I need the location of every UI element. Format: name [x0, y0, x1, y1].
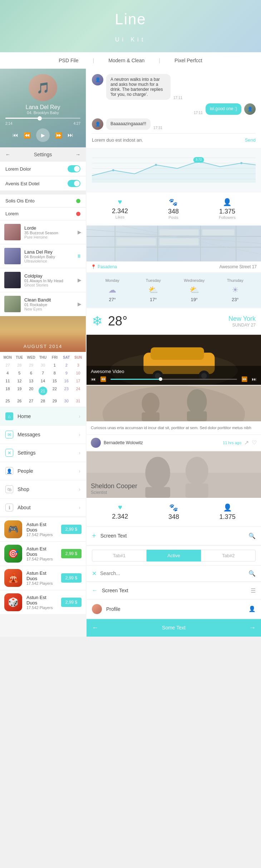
hamburger-icon[interactable]: ☰ [251, 587, 256, 594]
music-play-1[interactable]: ▶ [78, 229, 82, 235]
app-icon-4: 🎲 [4, 593, 22, 611]
video-rewind-button[interactable]: ⏪ [100, 376, 106, 382]
cal-day[interactable]: 30 [60, 397, 72, 405]
video-prev-button[interactable]: ⏮ [91, 376, 96, 382]
settings-back-arrow[interactable]: ← [5, 152, 10, 157]
cal-day[interactable]: 15 [49, 377, 60, 385]
video-forward-button[interactable]: ⏩ [241, 376, 247, 382]
cal-day[interactable]: 12 [14, 377, 25, 385]
nav-item-settings[interactable]: ✕ Settings › [0, 444, 86, 462]
cal-day[interactable]: 20 [25, 385, 37, 397]
video-panel: Awesome Video ⏮ ⏪ ⏩ ⏭ [87, 335, 261, 385]
music-item-3[interactable]: Coldplay 01 Always In My Head Ghost Stor… [0, 268, 86, 292]
nav-item-home[interactable]: ⌂ Home › [0, 407, 86, 426]
music-pause-2[interactable]: ⏸ [77, 253, 82, 259]
tab-1[interactable]: Tab#1 [92, 550, 147, 561]
tab-active[interactable]: Active [147, 550, 201, 561]
nav-left-arrow[interactable]: ← [92, 624, 98, 632]
cal-day[interactable]: 22 [49, 385, 60, 397]
player-time-total: 4:27 [74, 122, 80, 126]
back-arrow-icon[interactable]: ← [92, 587, 98, 594]
plus-icon[interactable]: + [92, 532, 96, 540]
cal-day[interactable]: 5 [14, 369, 25, 377]
cal-day[interactable]: 3 [72, 361, 84, 369]
cal-day[interactable]: 29 [25, 361, 37, 369]
music-item-1[interactable]: Lorde 35 Buzzcut Season Pure Heroine ▶ [0, 220, 86, 244]
cal-day[interactable]: 11 [2, 377, 14, 385]
shop-icon: 🛍 [5, 485, 13, 493]
cal-day[interactable]: 1 [49, 361, 60, 369]
cal-day[interactable]: 8 [49, 369, 60, 377]
cal-day[interactable]: 28 [37, 397, 49, 405]
cal-day[interactable]: 9 [60, 369, 72, 377]
skip-forward-button[interactable]: ⏭ [68, 132, 73, 138]
player-progress[interactable] [5, 118, 80, 119]
nav-item-people[interactable]: 👤 People › [0, 462, 86, 480]
app-icon-1: 🎮 [4, 520, 22, 538]
search-input[interactable] [100, 570, 245, 576]
music-item-2[interactable]: Lana Del Rey 04 Brooklyn Baby Ultraviole… [0, 244, 86, 268]
music-artist-4: New Eyes [24, 307, 74, 311]
like-icon[interactable]: ♡ [252, 439, 257, 446]
toggle-2[interactable] [68, 180, 80, 187]
radio-red[interactable] [76, 212, 80, 216]
cal-day[interactable]: 26 [14, 397, 25, 405]
search-close-icon[interactable]: ✕ [92, 570, 97, 577]
cal-day[interactable]: 19 [14, 385, 25, 397]
cal-day[interactable]: 6 [25, 369, 37, 377]
cal-day[interactable]: 29 [49, 397, 60, 405]
cal-day[interactable]: 7 [37, 369, 49, 377]
cal-day[interactable]: 23 [60, 385, 72, 397]
nav-item-about[interactable]: ℹ About › [0, 499, 86, 517]
music-item-4[interactable]: Clean Bandit 01 Rockabye New Eyes ▶ [0, 292, 86, 316]
video-next-button[interactable]: ⏭ [252, 376, 257, 382]
share-icon[interactable]: ↗ [244, 439, 249, 446]
music-track-1: 35 Buzzcut Season [24, 231, 74, 235]
cal-day[interactable]: 17 [72, 377, 84, 385]
cal-day[interactable]: 24 [72, 385, 84, 397]
skip-back-button[interactable]: ⏮ [13, 132, 18, 138]
cal-day[interactable]: 30 [37, 361, 49, 369]
cal-day[interactable]: 25 [2, 397, 14, 405]
cal-day[interactable]: 2 [60, 361, 72, 369]
cal-day[interactable]: 13 [25, 377, 37, 385]
nav-item-messages[interactable]: ✉ Messages › [0, 426, 86, 444]
cal-day[interactable]: 16 [60, 377, 72, 385]
cal-day[interactable]: 14 [37, 377, 49, 385]
app-item-2[interactable]: 🎯 Astun Est Duos 17.542 Players 2,99 $ [0, 542, 86, 565]
music-play-4[interactable]: ▶ [78, 301, 82, 307]
rewind-button[interactable]: ⏪ [24, 132, 31, 139]
nav-item-shop[interactable]: 🛍 Shop › [0, 480, 86, 499]
radio-green[interactable] [76, 199, 80, 203]
cal-day[interactable]: 18 [2, 385, 14, 397]
settings-label-3: Solis Ois Ento [5, 198, 35, 203]
toggle-1[interactable] [68, 165, 80, 172]
chat-input[interactable] [92, 137, 242, 143]
app-item-1[interactable]: 🎮 Astun Est Duos 17.542 Players 2,99 $ [0, 518, 86, 541]
cal-day[interactable]: 28 [14, 361, 25, 369]
user-icon[interactable]: 👤 [248, 605, 256, 612]
chevron-right-icon: › [79, 450, 80, 456]
tab-2[interactable]: Tab#2 [201, 550, 256, 561]
cal-today[interactable]: 21 [37, 385, 49, 397]
app-item-3[interactable]: 🎪 Astun Est Duos 17.542 Players 2,99 $ [0, 566, 86, 590]
cal-day[interactable]: 4 [2, 369, 14, 377]
app-price-3[interactable]: 2,99 $ [61, 573, 82, 583]
settings-forward-arrow[interactable]: → [75, 152, 80, 157]
search-icon[interactable]: 🔍 [248, 533, 256, 539]
cal-day[interactable]: 27 [2, 361, 14, 369]
app-price-4[interactable]: 2,99 $ [61, 598, 82, 607]
cal-day[interactable]: 27 [25, 397, 37, 405]
fast-forward-button[interactable]: ⏩ [55, 132, 62, 139]
cal-day[interactable]: 31 [72, 397, 84, 405]
nav-right-arrow[interactable]: → [249, 624, 256, 632]
app-price-1[interactable]: 2,99 $ [61, 525, 82, 534]
app-price-2[interactable]: 2,99 $ [61, 549, 82, 558]
search-magnifier-icon[interactable]: 🔍 [248, 570, 256, 577]
chat-send-button[interactable]: Send [245, 137, 256, 143]
app-item-4[interactable]: 🎲 Astun Est Duos 17.542 Players 2,99 $ [0, 590, 86, 614]
music-play-3[interactable]: ▶ [78, 277, 82, 283]
play-pause-button[interactable]: ▶ [36, 128, 50, 142]
cal-day[interactable]: 10 [72, 369, 84, 377]
video-progress[interactable] [110, 379, 237, 380]
